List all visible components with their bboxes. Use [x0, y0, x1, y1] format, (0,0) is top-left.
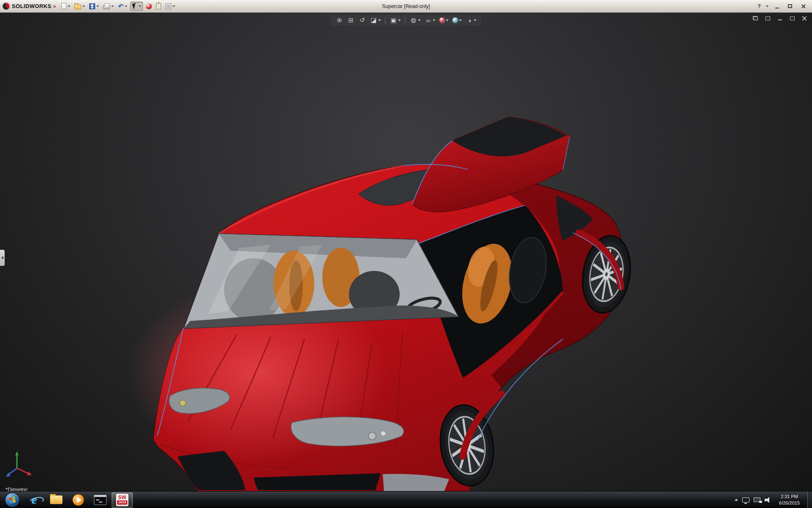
doc-tile-button[interactable] [764, 15, 771, 21]
menu-expand-chevron[interactable]: » [53, 3, 56, 9]
window-controls: ? [757, 3, 809, 10]
model-render [0, 13, 812, 491]
brand-name: SOLIDWORKS [12, 3, 52, 9]
dropdown-arrow-icon[interactable] [433, 19, 436, 21]
dropdown-arrow-icon[interactable] [111, 6, 114, 7]
dropdown-arrow-icon[interactable] [398, 19, 401, 21]
zoom-to-fit-button[interactable]: ⊕ [335, 16, 344, 25]
dropdown-arrow-icon[interactable] [173, 6, 175, 7]
doc-cascade-button[interactable] [752, 15, 759, 21]
dropdown-arrow-icon[interactable] [82, 6, 85, 7]
appearance-ball-icon [146, 3, 152, 9]
dropdown-arrow-icon[interactable] [139, 6, 141, 7]
maximize-icon [788, 4, 792, 8]
toolbar-separator [405, 17, 406, 24]
dropdown-arrow-icon[interactable] [96, 6, 99, 7]
options-button[interactable] [164, 2, 176, 11]
view-settings-button[interactable]: ◑ [465, 16, 477, 25]
help-button[interactable]: ? [757, 3, 761, 9]
volume-tray-icon[interactable] [765, 497, 771, 503]
minimize-button[interactable] [772, 3, 782, 10]
dropdown-arrow-icon[interactable] [446, 19, 449, 21]
edit-appearance-button[interactable] [439, 17, 450, 24]
heads-up-view-toolbar: ⊕ ⊞ ↺ ◪ ▣ ◍ ∞ ◑ [331, 15, 482, 26]
start-button[interactable] [2, 492, 23, 508]
hidden-icons-chevron[interactable] [735, 499, 738, 501]
clipboard-icon [156, 3, 161, 9]
clipboard-button[interactable] [155, 2, 162, 11]
hide-show-items-icon: ∞ [425, 16, 432, 25]
taskbar-item-media-player[interactable] [68, 492, 89, 508]
dropdown-arrow-icon[interactable] [379, 19, 381, 21]
select-cursor-icon [132, 3, 137, 9]
doc-close-icon [802, 16, 807, 21]
zoom-to-area-button[interactable]: ⊞ [346, 16, 356, 25]
tile-windows-icon [765, 17, 770, 20]
print-button[interactable] [102, 2, 115, 11]
document-window-controls [752, 15, 808, 21]
system-tray: 2:31 PM 6/26/2015 [735, 491, 812, 508]
printer-icon [103, 5, 110, 9]
zoom-to-area-icon: ⊞ [347, 16, 355, 25]
view-settings-icon: ◑ [466, 16, 473, 25]
view-orientation-label: *Dimetric [5, 486, 28, 491]
chevron-left-icon [1, 256, 3, 260]
undo-button[interactable]: ↶ [117, 2, 129, 11]
maximize-button[interactable] [785, 3, 795, 10]
appearance-button[interactable] [145, 2, 153, 11]
graphics-area[interactable]: ⊕ ⊞ ↺ ◪ ▣ ◍ ∞ ◑ *Dimetric [0, 13, 812, 491]
dropdown-arrow-icon[interactable] [68, 6, 70, 7]
internet-explorer-icon: e [32, 494, 37, 506]
solidworks-sw-letters: SW [118, 495, 126, 500]
taskbar-item-solidworks-2015[interactable]: SW 2015 [112, 492, 133, 508]
view-orientation-button[interactable]: ▣ [389, 16, 402, 25]
hide-show-items-button[interactable]: ∞ [424, 16, 436, 25]
app-logo[interactable]: SOLIDWORKS [3, 3, 52, 10]
taskbar-item-internet-explorer[interactable]: e [24, 492, 45, 508]
display-style-button[interactable]: ◍ [409, 16, 422, 25]
taskbar: e SW 2015 2:31 PM 6/26/2015 [0, 491, 812, 508]
undo-arrow-icon: ↶ [118, 3, 123, 9]
save-floppy-icon [89, 3, 95, 9]
close-icon [801, 4, 806, 8]
dropdown-arrow-icon[interactable] [418, 19, 421, 21]
zoom-to-fit-icon: ⊕ [336, 16, 343, 25]
windshield[interactable] [184, 234, 458, 329]
display-style-icon: ◍ [410, 16, 417, 25]
dropdown-arrow-icon[interactable] [459, 19, 462, 21]
new-button[interactable] [60, 2, 71, 11]
orientation-triad [6, 451, 32, 477]
display-tray-icon[interactable] [742, 497, 749, 502]
close-button[interactable] [798, 3, 808, 10]
doc-close-button[interactable] [801, 15, 808, 21]
previous-view-button[interactable]: ↺ [358, 16, 367, 25]
folder-icon [50, 495, 63, 504]
dropdown-arrow-icon[interactable] [125, 6, 127, 7]
doc-minimize-button[interactable] [776, 15, 783, 21]
section-view-button[interactable]: ◪ [369, 16, 382, 25]
solidworks-emblem-icon [3, 3, 10, 10]
network-tray-icon[interactable] [754, 497, 760, 502]
command-prompt-icon [94, 495, 107, 505]
save-button[interactable] [88, 2, 100, 11]
toolbar-separator [385, 17, 386, 24]
taskbar-clock[interactable]: 2:31 PM 6/26/2015 [776, 494, 803, 506]
doc-restore-button[interactable] [789, 15, 796, 21]
options-grid-icon [165, 3, 171, 9]
clock-time: 2:31 PM [779, 494, 800, 500]
new-document-icon [61, 3, 66, 9]
show-desktop-button[interactable] [807, 491, 812, 508]
dropdown-arrow-icon[interactable] [474, 19, 477, 21]
cascade-windows-icon [753, 16, 758, 20]
clock-date: 6/26/2015 [779, 500, 800, 506]
open-button[interactable] [73, 2, 86, 11]
document-title: Supercar [Read-only] [382, 3, 430, 9]
select-tool-button[interactable] [130, 2, 143, 11]
taskbar-item-command-prompt[interactable] [90, 492, 111, 508]
taskbar-item-windows-explorer[interactable] [46, 492, 67, 508]
open-folder-icon [74, 5, 81, 9]
apply-scene-button[interactable] [452, 17, 463, 24]
help-dropdown-arrow-icon[interactable] [766, 6, 768, 7]
panel-expand-tab[interactable] [0, 250, 5, 266]
minimize-icon [775, 8, 779, 8]
